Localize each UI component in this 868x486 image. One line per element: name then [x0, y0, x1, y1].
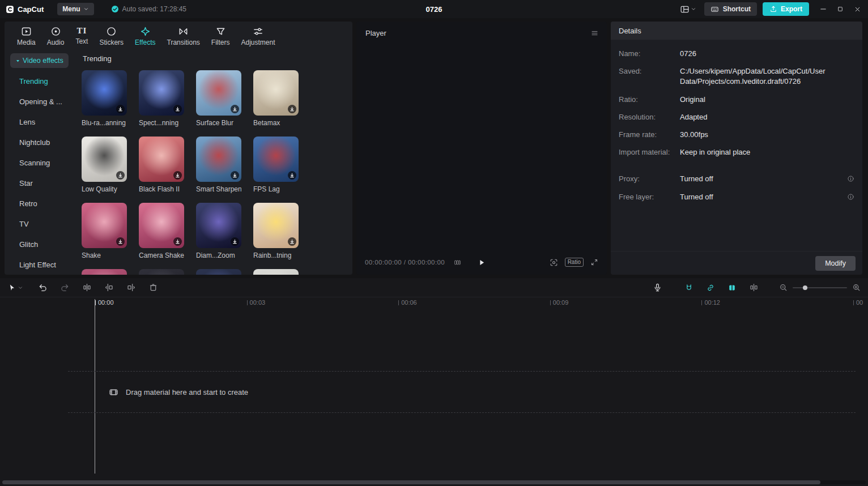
- category-trending[interactable]: Trending: [10, 71, 74, 91]
- category-glitch[interactable]: Glitch: [10, 234, 74, 254]
- delete-right-button[interactable]: [124, 280, 138, 295]
- effect-card-betamax[interactable]: Betamax: [253, 70, 299, 137]
- timeline-ruler[interactable]: 00:0000:0300:0600:0900:1200: [0, 297, 868, 308]
- scrollbar-thumb[interactable]: [2, 480, 820, 484]
- play-button[interactable]: [478, 258, 486, 267]
- zoom-out-icon[interactable]: [779, 283, 788, 292]
- toggle-split-view[interactable]: [745, 281, 762, 295]
- ratio-button[interactable]: Ratio: [565, 258, 584, 267]
- shortcut-button[interactable]: Shortcut: [704, 2, 757, 16]
- download-icon[interactable]: [116, 105, 125, 113]
- tab-adjustment[interactable]: Adjustment: [235, 25, 280, 46]
- category-light-effect[interactable]: Light Effect: [10, 254, 74, 275]
- timeline-scrollbar[interactable]: [2, 480, 866, 484]
- fullscreen-icon[interactable]: [590, 258, 598, 266]
- category-tv[interactable]: TV: [10, 214, 74, 234]
- tab-text[interactable]: TI Text: [70, 25, 93, 46]
- effect-thumbnail[interactable]: [139, 203, 184, 248]
- layout-switcher-button[interactable]: [678, 3, 699, 15]
- select-tool-button[interactable]: [7, 283, 23, 292]
- effect-thumbnail[interactable]: [196, 137, 241, 182]
- effect-thumbnail[interactable]: [196, 70, 241, 116]
- effect-thumbnail[interactable]: [253, 269, 299, 275]
- effect-card-partial-2[interactable]: [139, 269, 184, 275]
- effect-thumbnail[interactable]: [253, 137, 299, 182]
- focus-icon[interactable]: [550, 258, 558, 267]
- export-button[interactable]: Export: [763, 2, 809, 16]
- drop-zone[interactable]: Drag material here and start to create: [68, 371, 856, 413]
- tab-effects[interactable]: Effects: [129, 25, 161, 46]
- effect-card-black-flash-ii[interactable]: Black Flash II: [139, 137, 184, 203]
- download-icon[interactable]: [173, 237, 182, 246]
- download-icon[interactable]: [173, 105, 182, 113]
- menu-label: Menu: [62, 5, 80, 13]
- effect-card-fps-lag[interactable]: FPS Lag: [253, 137, 299, 203]
- effect-card-partial-4[interactable]: [253, 269, 299, 275]
- effect-card-partial-3[interactable]: [196, 269, 241, 275]
- effect-card-low-quality[interactable]: Low Quality: [82, 137, 127, 203]
- effect-card-rainbow-lightning[interactable]: Rainb...tning: [253, 203, 299, 269]
- zoom-in-icon[interactable]: [852, 283, 861, 292]
- effect-thumbnail[interactable]: [139, 269, 184, 275]
- effect-card-smart-sharpen[interactable]: Smart Sharpen: [196, 137, 241, 203]
- effect-card-camera-shake[interactable]: Camera Shake: [139, 203, 184, 269]
- category-retro[interactable]: Retro: [10, 193, 74, 214]
- close-button[interactable]: [849, 0, 866, 18]
- download-icon[interactable]: [288, 171, 296, 180]
- effect-card-blu-ray-scanning[interactable]: Blu-ra...anning: [82, 70, 127, 137]
- category-nightclub[interactable]: Nightclub: [10, 132, 74, 152]
- delete-left-button[interactable]: [102, 280, 116, 295]
- effect-card-shake[interactable]: Shake: [82, 203, 127, 269]
- toggle-preview-axis[interactable]: [724, 281, 741, 295]
- info-icon[interactable]: [847, 193, 854, 201]
- minimize-button[interactable]: [815, 0, 832, 18]
- download-icon[interactable]: [173, 171, 182, 180]
- tab-filters[interactable]: Filters: [206, 25, 236, 46]
- effect-card-diamond-zoom[interactable]: Diam...Zoom: [196, 203, 241, 269]
- effect-thumbnail[interactable]: [196, 269, 241, 275]
- category-scanning[interactable]: Scanning: [10, 152, 74, 173]
- toggle-magnet[interactable]: [680, 281, 697, 295]
- download-icon[interactable]: [231, 237, 239, 246]
- timeline-zoom-slider[interactable]: [793, 287, 847, 288]
- effect-card-spectrum-scanning[interactable]: Spect...nning: [139, 70, 184, 137]
- tab-media[interactable]: Media: [11, 25, 41, 46]
- zoom-slider-knob[interactable]: [803, 285, 807, 290]
- undo-button[interactable]: [36, 280, 49, 295]
- sidebar-group-video-effects[interactable]: Video effects: [10, 53, 69, 68]
- tab-stickers[interactable]: Stickers: [93, 25, 129, 46]
- effect-thumbnail[interactable]: [196, 203, 241, 248]
- download-icon[interactable]: [231, 105, 239, 113]
- effect-thumbnail[interactable]: [139, 137, 184, 182]
- effect-thumbnail[interactable]: [82, 269, 127, 275]
- download-icon[interactable]: [288, 105, 296, 113]
- maximize-button[interactable]: [832, 0, 849, 18]
- download-icon[interactable]: [116, 171, 125, 180]
- toggle-link[interactable]: [702, 281, 719, 295]
- split-button[interactable]: [80, 280, 93, 295]
- effect-thumbnail[interactable]: [253, 203, 299, 248]
- download-icon[interactable]: [231, 171, 239, 180]
- effect-card-surface-blur[interactable]: Surface Blur: [196, 70, 241, 137]
- download-icon[interactable]: [116, 237, 125, 246]
- effect-thumbnail[interactable]: [139, 70, 184, 116]
- delete-button[interactable]: [146, 280, 160, 295]
- frame-preview-icon[interactable]: [454, 259, 461, 266]
- menu-button[interactable]: Menu: [57, 3, 93, 15]
- category-star[interactable]: Star: [10, 173, 74, 193]
- info-icon[interactable]: [847, 175, 854, 182]
- effect-thumbnail[interactable]: [82, 70, 127, 116]
- redo-button[interactable]: [58, 280, 71, 295]
- download-icon[interactable]: [288, 237, 296, 246]
- modify-button[interactable]: Modify: [815, 256, 856, 271]
- player-menu-icon[interactable]: [590, 29, 599, 37]
- effect-thumbnail[interactable]: [253, 70, 299, 116]
- effect-thumbnail[interactable]: [82, 203, 127, 248]
- record-voiceover-button[interactable]: [653, 283, 662, 292]
- tab-transitions[interactable]: Transitions: [161, 25, 206, 46]
- category-opening[interactable]: Opening & ...: [10, 91, 74, 112]
- category-lens[interactable]: Lens: [10, 112, 74, 132]
- effect-card-partial-1[interactable]: [82, 269, 127, 275]
- tab-audio[interactable]: Audio: [41, 25, 70, 46]
- effect-thumbnail[interactable]: [82, 137, 127, 182]
